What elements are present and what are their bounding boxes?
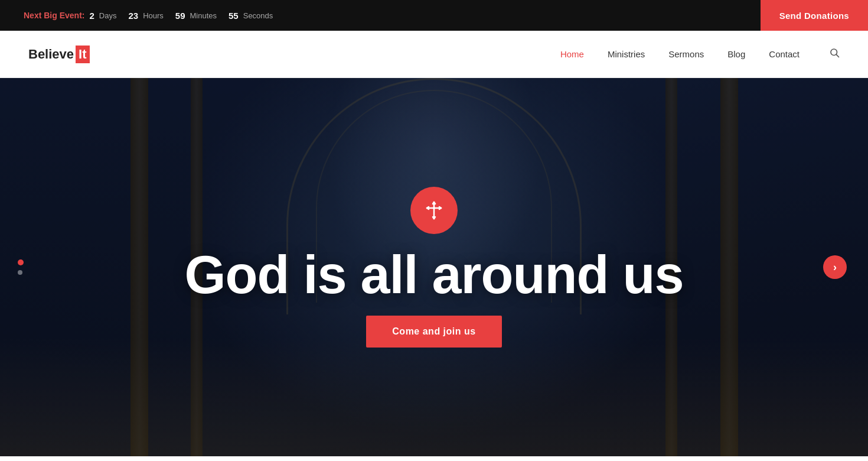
slider-next-arrow: › (833, 261, 837, 274)
logo[interactable]: Believe It (28, 46, 90, 63)
svg-line-1 (836, 54, 838, 57)
slider-next-button[interactable]: › (823, 255, 847, 279)
nav-search[interactable] (823, 47, 840, 61)
hours-unit: Hours (143, 11, 164, 20)
days-unit: Days (99, 11, 117, 20)
days-value: 2 (89, 11, 94, 21)
search-icon (829, 47, 840, 58)
search-icon-button[interactable] (829, 47, 840, 61)
seconds-unit: Seconds (243, 11, 273, 20)
nav-link-home[interactable]: Home (560, 49, 584, 59)
svg-line-7 (434, 217, 435, 219)
event-label: Next Big Event: (24, 11, 84, 20)
nav-link-contact[interactable]: Contact (769, 49, 800, 59)
slider-dot-1[interactable] (18, 259, 24, 265)
nav-menu: Home Ministries Sermons Blog Contact (560, 47, 840, 61)
svg-point-12 (433, 207, 435, 209)
nav-item-blog[interactable]: Blog (727, 49, 745, 60)
svg-line-5 (434, 202, 435, 204)
nav-item-home[interactable]: Home (560, 49, 584, 60)
svg-line-9 (427, 208, 429, 209)
nav-link-ministries[interactable]: Ministries (608, 49, 645, 59)
hero-section: God is all around us Come and join us › (0, 78, 868, 456)
slider-dots (18, 259, 24, 275)
event-countdown: Next Big Event: 2 Days 23 Hours 59 Minut… (24, 11, 280, 21)
hours-value: 23 (128, 11, 138, 21)
nav-item-contact[interactable]: Contact (769, 49, 800, 60)
cross-icon (423, 200, 445, 221)
svg-line-11 (439, 208, 441, 209)
donate-button[interactable]: Send Donations (761, 0, 868, 31)
minutes-value: 59 (175, 11, 185, 21)
top-bar: Next Big Event: 2 Days 23 Hours 59 Minut… (0, 0, 868, 31)
hero-cta-button[interactable]: Come and join us (366, 316, 501, 348)
nav-item-ministries[interactable]: Ministries (608, 49, 645, 60)
nav-link-blog[interactable]: Blog (727, 49, 745, 59)
logo-text: Believe (28, 47, 74, 62)
hero-title: God is all around us (184, 248, 683, 301)
minutes-unit: Minutes (190, 11, 217, 20)
nav-link-sermons[interactable]: Sermons (668, 49, 704, 59)
hero-content: God is all around us Come and join us (184, 187, 683, 348)
logo-highlight: It (76, 46, 89, 63)
slider-dot-2[interactable] (18, 270, 22, 275)
cross-circle (410, 187, 458, 234)
nav-item-sermons[interactable]: Sermons (668, 49, 704, 60)
seconds-value: 55 (229, 11, 239, 21)
navbar: Believe It Home Ministries Sermons Blog … (0, 31, 868, 78)
